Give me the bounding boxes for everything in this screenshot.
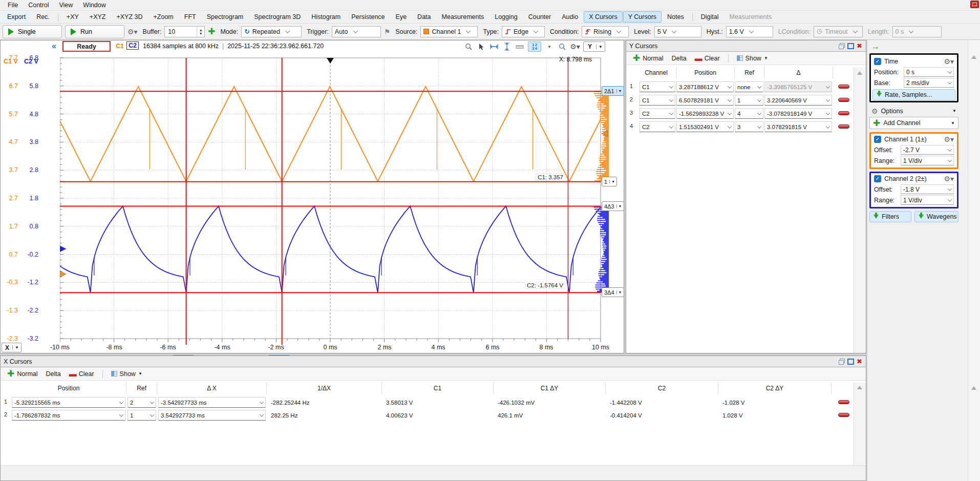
viewbar-spectrogram-3d[interactable]: Spectrogram 3D xyxy=(249,11,306,23)
ruler-icon[interactable] xyxy=(515,42,524,51)
remove-cursor-button[interactable] xyxy=(838,413,849,417)
buffer-value[interactable]: 10 xyxy=(165,27,197,37)
y-add-normal-button[interactable]: ✚Normal xyxy=(630,52,666,65)
options-row[interactable]: ⚙ Options ▼ xyxy=(868,106,960,116)
viewbar-fft[interactable]: FFT xyxy=(179,11,201,23)
waveform-canvas[interactable] xyxy=(60,54,611,352)
trigger-position-marker[interactable] xyxy=(327,58,334,64)
x-add-delta-button[interactable]: Delta xyxy=(44,369,63,379)
time-checkbox[interactable]: ✓ xyxy=(874,58,881,65)
plot-area[interactable]: C1 V C2 V X: 8.798 ms C1: 3.357 C2: -1.5… xyxy=(1,53,625,354)
sidebar-scrollbar[interactable] xyxy=(968,40,980,481)
viewbar--zoom[interactable]: +Zoom xyxy=(148,11,179,23)
channel-select[interactable]: C2 xyxy=(640,108,675,119)
channel1-ground-marker[interactable] xyxy=(60,271,66,277)
menu-file[interactable]: File xyxy=(3,1,23,10)
ref-select[interactable]: none xyxy=(735,81,763,92)
viewbar-eye[interactable]: Eye xyxy=(391,11,412,23)
position-field[interactable]: -5.329215565 ms xyxy=(12,397,125,408)
ref-select[interactable]: 3 xyxy=(735,121,763,132)
condition-select[interactable]: Rising xyxy=(582,26,629,37)
fit-width-icon[interactable] xyxy=(489,42,499,51)
app-badge-icon[interactable] xyxy=(970,1,979,8)
viewbar-counter[interactable]: Counter xyxy=(523,11,556,23)
time-header[interactable]: ✓ Time ⚙▾ xyxy=(871,56,957,67)
viewbar-rec-[interactable]: Rec. xyxy=(31,11,55,23)
wavegens-button[interactable]: Wavegens xyxy=(914,211,958,222)
scroll-up-icon[interactable] xyxy=(971,55,976,59)
channel1-header[interactable]: ✓ Channel 1 (1±) ⚙▾ xyxy=(871,134,957,144)
menu-control[interactable]: Control xyxy=(24,1,53,10)
flag-dropdown-icon[interactable]: ▼ xyxy=(616,290,624,294)
rate-samples-button[interactable]: Rate, Samples... xyxy=(872,89,955,100)
viewbar-export[interactable]: Export xyxy=(2,11,31,23)
position-field[interactable]: -1.5629893238 V xyxy=(676,108,734,119)
viewbar--xyz[interactable]: +XYZ xyxy=(84,11,111,23)
buffer-gear-icon[interactable]: ⚙▾ xyxy=(127,28,138,36)
channel2-checkbox[interactable]: ✓ xyxy=(874,175,881,182)
x-table-scrollbar[interactable] xyxy=(854,383,866,465)
y-clear-button[interactable]: ▬Clear xyxy=(692,53,722,64)
delta-field[interactable]: -3.0782918149 V xyxy=(764,108,832,119)
add-mode-icon[interactable]: ✚ xyxy=(208,26,215,37)
close-icon[interactable]: ✖ xyxy=(856,359,863,365)
viewbar-data[interactable]: Data xyxy=(412,11,436,23)
channel1-checkbox[interactable]: ✓ xyxy=(874,136,881,143)
remove-cursor-button[interactable] xyxy=(838,124,849,129)
trigger-flag-icon[interactable]: ⚑ xyxy=(384,28,391,36)
scroll-up-icon[interactable] xyxy=(857,71,862,75)
y-add-delta-button[interactable]: Delta xyxy=(669,54,689,63)
lcondition-select[interactable]: Timeout xyxy=(814,26,863,37)
channel-select[interactable]: C1 xyxy=(640,81,675,92)
delta-field[interactable]: -3.3985765125 V xyxy=(764,81,832,92)
c1-badge[interactable]: C1 xyxy=(114,42,125,50)
hyst-select[interactable]: 1.6 V xyxy=(726,26,773,37)
flag-dropdown-icon[interactable]: ▼ xyxy=(616,89,624,93)
scroll-up-icon[interactable] xyxy=(857,386,862,389)
multi-scale-button[interactable]: 1 23 4 xyxy=(528,41,541,52)
ref-select[interactable]: 4 xyxy=(735,108,763,119)
x-axis-selector[interactable]: X▼ xyxy=(2,343,22,352)
remove-cursor-button[interactable] xyxy=(838,98,849,102)
channel1-range-select[interactable]: 1 V/div xyxy=(901,156,954,165)
scroll-up-icon[interactable] xyxy=(971,386,976,390)
remove-cursor-button[interactable] xyxy=(838,111,849,115)
channel-select[interactable]: C2 xyxy=(640,121,675,132)
time-gear-icon[interactable]: ⚙▾ xyxy=(944,57,954,66)
y-cursors-titlebar[interactable]: Y Cursors ✖ xyxy=(626,40,866,52)
ref-select[interactable]: 2 xyxy=(127,397,156,408)
viewbar-y-cursors[interactable]: Y Cursors xyxy=(623,11,662,23)
add-channel-button[interactable]: ✚ Add Channel ▼ xyxy=(869,117,958,129)
length-select[interactable]: 0 s xyxy=(892,26,942,37)
viewbar-measurements[interactable]: Measurements xyxy=(725,11,777,23)
dropdown-arrow-icon[interactable]: ▼ xyxy=(545,42,554,51)
channel2-range-select[interactable]: 1 V/div xyxy=(901,195,954,205)
viewbar--xy[interactable]: +XY xyxy=(61,11,84,23)
delta-field[interactable]: 3.220640569 V xyxy=(764,95,832,106)
close-icon[interactable]: ✖ xyxy=(856,43,863,49)
viewbar-audio[interactable]: Audio xyxy=(557,11,583,23)
time-position-select[interactable]: 0 s xyxy=(904,67,954,77)
y-show-button[interactable]: Show▼ xyxy=(734,54,771,63)
flag-dropdown-icon[interactable]: ▼ xyxy=(616,204,624,208)
x-cursors-titlebar[interactable]: X Cursors ✖ xyxy=(1,356,866,367)
expand-right-icon[interactable]: → xyxy=(871,42,880,51)
maximize-icon[interactable] xyxy=(847,359,854,365)
zoom-out-icon[interactable] xyxy=(464,42,473,51)
run-button[interactable]: Run xyxy=(65,25,124,38)
trigger-select[interactable]: Auto xyxy=(332,26,381,37)
remove-cursor-button[interactable] xyxy=(838,400,849,404)
level-select[interactable]: 5 V xyxy=(654,26,701,37)
viewbar-spectrogram[interactable]: Spectrogram xyxy=(202,11,249,23)
pointer-icon[interactable] xyxy=(477,42,486,51)
y-cursor-flag-2[interactable]: 1▼ xyxy=(602,177,617,186)
gear-icon[interactable]: ⚙▾ xyxy=(570,42,580,51)
collapse-left-icon[interactable]: « xyxy=(52,41,56,51)
x-add-normal-button[interactable]: ✚Normal xyxy=(5,367,40,380)
x-clear-button[interactable]: ▬Clear xyxy=(67,368,97,379)
restore-icon[interactable] xyxy=(839,43,845,49)
viewbar-persistence[interactable]: Persistence xyxy=(346,11,390,23)
y-cursor-flag-3[interactable]: 4Δ3▼ xyxy=(602,201,624,211)
c2-badge[interactable]: C2 xyxy=(126,41,139,50)
y-cursor-flag-1[interactable]: 2Δ1▼ xyxy=(602,86,624,96)
